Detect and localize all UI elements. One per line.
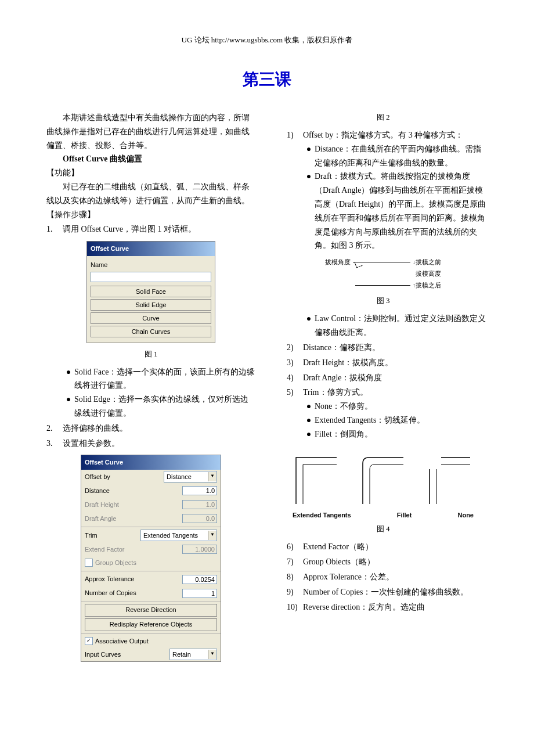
section-title: Offset Curve 曲线偏置 bbox=[46, 152, 255, 166]
fig4-label-ext: Extended Tangents bbox=[293, 510, 351, 521]
bullet-ext-text: Extended Tangents：切线延伸。 bbox=[315, 413, 425, 427]
item-1-num: 1) bbox=[287, 128, 303, 142]
curve-button[interactable]: Curve bbox=[91, 312, 211, 324]
offset-by-label: Offset by bbox=[85, 471, 164, 483]
num-copies-label: Number of Copies bbox=[85, 588, 182, 599]
item-5-text: Trim：修剪方式。 bbox=[303, 386, 368, 399]
item-2-text: Distance：偏移距离。 bbox=[303, 341, 380, 355]
item-4: 4) Draft Angle：拔模角度 bbox=[287, 371, 488, 385]
dialog2-titlebar: Offset Curve bbox=[81, 455, 221, 470]
bullet-icon: ● bbox=[303, 427, 315, 441]
bullet-draft-text: Draft：拔模方式。将曲线按指定的拔模角度（Draft Angle）偏移到与曲… bbox=[315, 170, 488, 253]
distance-input[interactable] bbox=[182, 486, 217, 495]
fig4-label-fillet: Fillet bbox=[397, 510, 412, 521]
redisplay-button[interactable]: Redisplay Reference Objects bbox=[85, 618, 217, 631]
distance-label: Distance bbox=[85, 485, 182, 496]
bullet-icon: ● bbox=[303, 413, 315, 427]
extend-factor-label: Extend Factor bbox=[85, 544, 182, 555]
step-2-num: 2. bbox=[46, 422, 63, 435]
offset-curve-dialog-1: Offset Curve Name Solid Face Solid Edge … bbox=[86, 241, 215, 343]
assoc-output-checkbox[interactable]: ✓ bbox=[85, 637, 93, 645]
item-1-text: Offset by：指定偏移方式。有 3 种偏移方式： bbox=[303, 128, 463, 142]
bullet-law: ● Law Control：法则控制。通过定义法则函数定义偏移曲线距离。 bbox=[303, 312, 488, 340]
step-3-num: 3. bbox=[46, 437, 63, 451]
bullet-solid-edge: ● Solid Edge：选择一条实体的边缘线，仅对所选边缘线进行偏置。 bbox=[63, 393, 255, 420]
bullet-icon: ● bbox=[303, 312, 315, 326]
group-objects-checkbox[interactable] bbox=[85, 559, 93, 567]
chevron-down-icon: ▼ bbox=[208, 472, 217, 481]
intro-para: 本期讲述曲线造型中有关曲线操作方面的内容，所谓曲线操作是指对已存在的曲线进行几何… bbox=[46, 111, 255, 152]
input-curves-label: Input Curves bbox=[85, 649, 169, 660]
steps-label: 【操作步骤】 bbox=[46, 208, 255, 222]
input-curves-select[interactable]: Retain ▼ bbox=[169, 649, 217, 660]
function-body: 对已存在的二维曲线（如直线、弧、二次曲线、样条线以及实体的边缘线等）进行偏置，从… bbox=[46, 180, 255, 208]
fig4-label-none: None bbox=[457, 510, 474, 521]
dialog1-titlebar: Offset Curve bbox=[87, 242, 215, 256]
step-3: 3. 设置相关参数。 bbox=[46, 437, 255, 451]
approx-tol-label: Approx Tolerance bbox=[85, 574, 182, 585]
item-10-num: 10) bbox=[287, 600, 303, 614]
dialog1-name-label: Name bbox=[91, 260, 211, 271]
item-8-num: 8) bbox=[287, 570, 303, 584]
chevron-down-icon: ▼ bbox=[208, 531, 217, 540]
trim-select[interactable]: Extended Tangents ▼ bbox=[140, 530, 217, 541]
chevron-down-icon: ▼ bbox=[208, 650, 217, 659]
fig3-angle-label: 拔模角度 bbox=[325, 257, 351, 268]
figure-2-caption: 图 2 bbox=[279, 111, 488, 124]
bullet-ext-tan: ● Extended Tangents：切线延伸。 bbox=[303, 413, 488, 427]
num-copies-input[interactable] bbox=[182, 589, 217, 598]
chain-curves-button[interactable]: Chain Curves bbox=[91, 326, 211, 337]
item-8: 8) Approx Tolerance：公差。 bbox=[287, 570, 488, 584]
item-7-text: Group Obiects（略） bbox=[303, 555, 375, 569]
fig3-before-label: 拔模之前 bbox=[416, 257, 441, 268]
bullet-none-text: None：不修剪。 bbox=[315, 399, 373, 413]
item-2: 2) Distance：偏移距离。 bbox=[287, 341, 488, 355]
group-objects-label: Group Objects bbox=[95, 557, 217, 568]
solid-edge-button[interactable]: Solid Edge bbox=[91, 299, 211, 311]
item-3: 3) Draft Height：拔模高度。 bbox=[287, 356, 488, 370]
approx-tol-input[interactable] bbox=[182, 575, 217, 584]
item-7-num: 7) bbox=[287, 555, 303, 569]
item-5: 5) Trim：修剪方式。 bbox=[287, 386, 488, 399]
reverse-direction-button[interactable]: Reverse Direction bbox=[85, 604, 217, 617]
offset-curve-dialog-2: Offset Curve Offset by Distance ▼ Distan… bbox=[81, 455, 221, 662]
offset-by-select[interactable]: Distance ▼ bbox=[164, 471, 217, 483]
bullet-law-text: Law Control：法则控制。通过定义法则函数定义偏移曲线距离。 bbox=[315, 312, 488, 340]
draft-height-input bbox=[182, 500, 217, 509]
item-3-num: 3) bbox=[287, 356, 303, 370]
bullet-draft: ● Draft：拔模方式。将曲线按指定的拔模角度（Draft Angle）偏移到… bbox=[303, 170, 488, 253]
function-label: 【功能】 bbox=[46, 166, 255, 180]
offset-by-value: Distance bbox=[164, 471, 208, 483]
assoc-output-label: Associative Output bbox=[95, 636, 149, 647]
item-5-num: 5) bbox=[287, 386, 303, 399]
item-1: 1) Offset by：指定偏移方式。有 3 种偏移方式： bbox=[287, 128, 488, 142]
figure-1-caption: 图 1 bbox=[46, 348, 255, 361]
figure-3: 拔模角度 ↓ 拔模之前 拔模高度 ↑ 拔模之后 bbox=[325, 256, 441, 291]
figure-3-caption: 图 3 bbox=[279, 294, 488, 307]
step-3-text: 设置相关参数。 bbox=[63, 437, 120, 451]
solid-face-button[interactable]: Solid Face bbox=[91, 286, 211, 297]
fig4-none-shape bbox=[424, 446, 476, 504]
trim-value: Extended Tangents bbox=[141, 530, 208, 541]
bullet-icon: ● bbox=[303, 399, 315, 413]
item-10: 10) Reverse direction：反方向。选定曲 bbox=[287, 600, 488, 614]
fig4-fillet-shape bbox=[357, 446, 409, 504]
input-curves-value: Retain bbox=[170, 649, 208, 660]
draft-angle-label: Draft Angle bbox=[85, 513, 182, 524]
item-7: 7) Group Obiects（略） bbox=[287, 555, 488, 569]
dialog1-name-input[interactable] bbox=[91, 272, 211, 282]
bullet-se-text: Solid Edge：选择一条实体的边缘线，仅对所选边缘线进行偏置。 bbox=[74, 393, 255, 420]
bullet-distance-text: Distance：在曲线所在的平面内偏移曲线。需指定偏移的距离和产生偏移曲线的数… bbox=[315, 142, 488, 170]
step-1-text: 调用 Offset Curve，弹出图 1 对话框。 bbox=[63, 222, 196, 236]
item-6-text: Extend Factor（略） bbox=[303, 540, 373, 554]
item-3-text: Draft Height：拔模高度。 bbox=[303, 356, 393, 370]
fig3-after-label: 拔模之后 bbox=[416, 280, 441, 291]
bullet-solid-face: ● Solid Face：选择一个实体的面，该面上所有的边缘线将进行偏置。 bbox=[63, 365, 255, 393]
item-2-num: 2) bbox=[287, 341, 303, 355]
item-6: 6) Extend Factor（略） bbox=[287, 540, 488, 554]
bullet-fillet: ● Fillet：倒圆角。 bbox=[303, 427, 488, 441]
item-9-text: Number of Copies：一次性创建的偏移曲线数。 bbox=[303, 585, 468, 599]
lesson-title: 第三课 bbox=[46, 69, 488, 91]
bullet-icon: ● bbox=[63, 393, 74, 406]
item-8-text: Approx Tolerance：公差。 bbox=[303, 570, 394, 584]
